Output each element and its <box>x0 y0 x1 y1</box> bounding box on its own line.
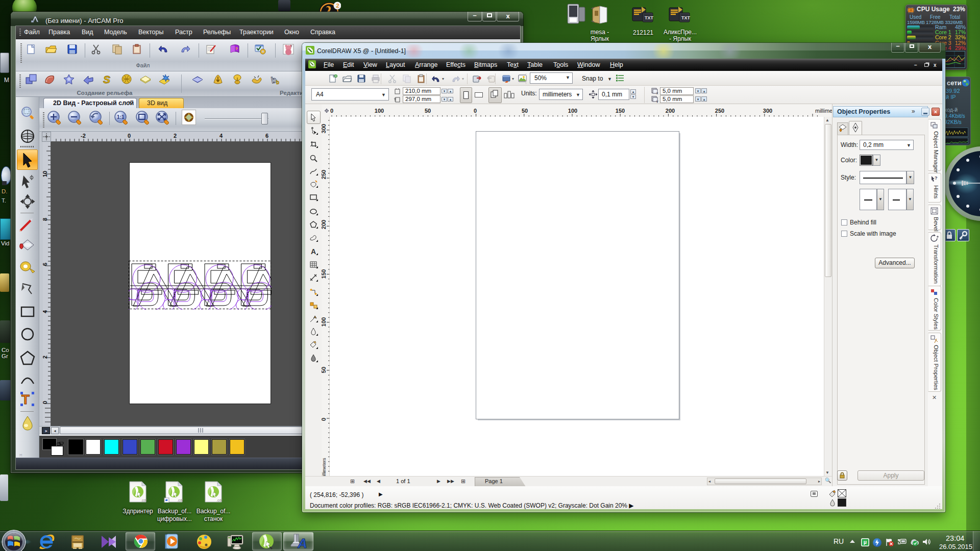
svg-text:.cdr: .cdr <box>141 498 147 502</box>
svg-text:millimeters: millimeters <box>815 108 832 114</box>
svg-text:4: 4 <box>219 133 223 139</box>
svg-text:100: 100 <box>322 317 327 327</box>
svg-text:T: T <box>290 45 292 48</box>
svg-text:4: 4 <box>43 310 48 313</box>
svg-text:6: 6 <box>43 263 48 266</box>
svg-text:?: ? <box>235 46 238 51</box>
svg-text:0: 0 <box>474 108 477 114</box>
svg-text:250: 250 <box>322 170 327 179</box>
svg-text:A: A <box>311 247 316 256</box>
svg-text:0: 0 <box>43 401 48 404</box>
svg-text:2: 2 <box>43 356 48 359</box>
svg-text:0: 0 <box>330 108 333 114</box>
svg-text:10: 10 <box>43 171 48 177</box>
svg-text:50: 50 <box>322 367 327 373</box>
svg-text:TXT: TXT <box>681 15 691 20</box>
svg-text:8: 8 <box>43 218 48 221</box>
svg-text:250: 250 <box>715 108 724 114</box>
svg-text:0: 0 <box>128 133 131 139</box>
svg-text:150: 150 <box>322 269 327 279</box>
svg-text:b: b <box>276 80 279 85</box>
svg-text:2: 2 <box>174 133 177 139</box>
svg-text:?: ? <box>935 176 938 181</box>
svg-text:150: 150 <box>616 108 625 114</box>
svg-text:300: 300 <box>322 124 327 133</box>
svg-text:300: 300 <box>763 108 772 114</box>
svg-text:.cdr: .cdr <box>177 498 183 502</box>
svg-text:100: 100 <box>568 108 577 114</box>
svg-text:x: x <box>656 91 658 95</box>
svg-text:-2: -2 <box>81 133 86 139</box>
svg-text:200: 200 <box>666 108 675 114</box>
svg-text:2: 2 <box>336 3 339 9</box>
svg-text:y: y <box>656 99 658 103</box>
svg-text:S: S <box>103 73 110 85</box>
svg-text:6: 6 <box>265 133 268 139</box>
svg-text:200: 200 <box>322 220 327 229</box>
svg-text:TXT: TXT <box>645 15 654 20</box>
svg-text:0: 0 <box>322 418 327 421</box>
svg-text:50: 50 <box>522 108 528 114</box>
svg-text:.cdr: .cdr <box>216 498 223 502</box>
svg-text:50: 50 <box>425 108 431 114</box>
svg-text:A: A <box>297 536 307 550</box>
svg-text:1:1: 1:1 <box>117 114 125 120</box>
svg-text:100: 100 <box>375 108 384 114</box>
